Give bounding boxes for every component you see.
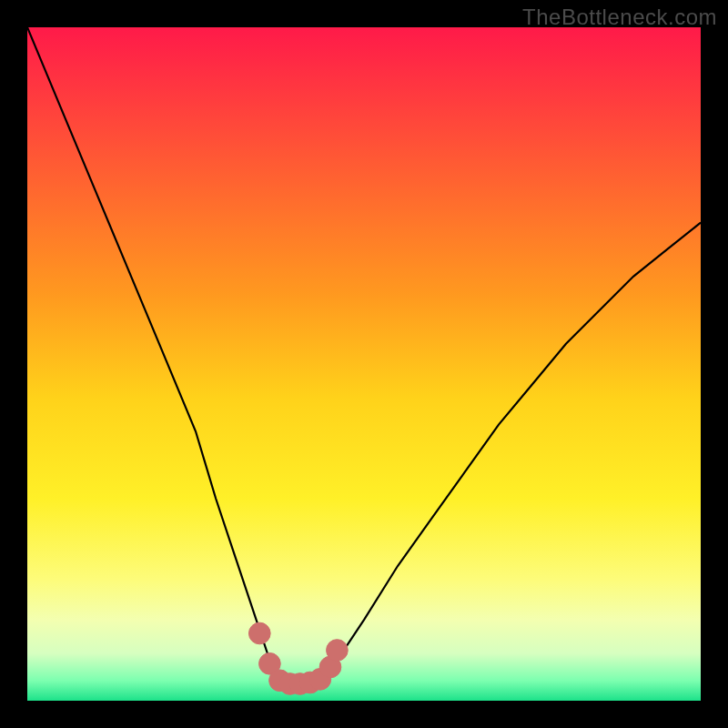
highlight-markers [248,622,348,694]
highlight-marker [327,640,349,662]
highlight-marker [248,622,270,644]
watermark-text: TheBottleneck.com [522,5,717,30]
chart-frame: TheBottleneck.com [0,0,728,728]
plot-area [27,27,701,701]
bottleneck-curve [27,27,701,684]
curve-layer [27,27,701,701]
